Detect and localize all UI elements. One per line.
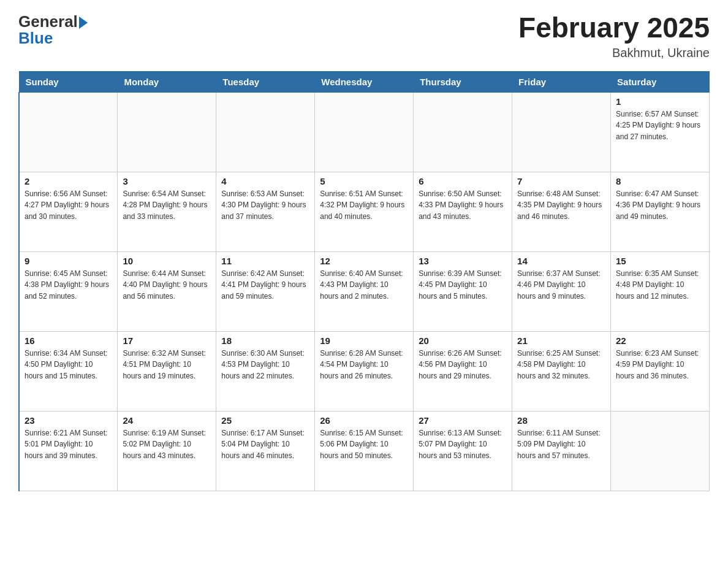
day-number: 1 (616, 96, 704, 107)
logo: General Blue (18, 12, 88, 48)
calendar-week-row: 9Sunrise: 6:45 AM Sunset: 4:38 PM Daylig… (19, 251, 710, 331)
day-info: Sunrise: 6:47 AM Sunset: 4:36 PM Dayligh… (616, 188, 704, 223)
calendar-cell: 15Sunrise: 6:35 AM Sunset: 4:48 PM Dayli… (611, 251, 710, 331)
day-number: 8 (616, 176, 704, 186)
day-number: 4 (221, 176, 309, 186)
calendar-cell: 25Sunrise: 6:17 AM Sunset: 5:04 PM Dayli… (216, 411, 315, 491)
calendar-cell (19, 92, 118, 172)
calendar-cell: 27Sunrise: 6:13 AM Sunset: 5:07 PM Dayli… (414, 411, 512, 491)
day-info: Sunrise: 6:54 AM Sunset: 4:28 PM Dayligh… (123, 188, 211, 223)
calendar-cell: 7Sunrise: 6:48 AM Sunset: 4:35 PM Daylig… (512, 172, 611, 251)
col-header-friday: Friday (512, 71, 611, 92)
day-info: Sunrise: 6:40 AM Sunset: 4:43 PM Dayligh… (320, 268, 408, 302)
day-info: Sunrise: 6:50 AM Sunset: 4:33 PM Dayligh… (419, 188, 507, 223)
calendar-cell: 24Sunrise: 6:19 AM Sunset: 5:02 PM Dayli… (118, 411, 216, 491)
calendar-cell (118, 92, 216, 172)
day-info: Sunrise: 6:30 AM Sunset: 4:53 PM Dayligh… (221, 348, 309, 382)
calendar-cell: 21Sunrise: 6:25 AM Sunset: 4:58 PM Dayli… (512, 331, 611, 411)
calendar-table: SundayMondayTuesdayWednesdayThursdayFrid… (18, 71, 710, 491)
calendar-cell: 18Sunrise: 6:30 AM Sunset: 4:53 PM Dayli… (216, 331, 315, 411)
day-info: Sunrise: 6:21 AM Sunset: 5:01 PM Dayligh… (25, 427, 112, 462)
day-info: Sunrise: 6:45 AM Sunset: 4:38 PM Dayligh… (25, 268, 112, 302)
calendar-cell: 4Sunrise: 6:53 AM Sunset: 4:30 PM Daylig… (216, 172, 315, 251)
calendar-cell: 3Sunrise: 6:54 AM Sunset: 4:28 PM Daylig… (118, 172, 216, 251)
col-header-thursday: Thursday (414, 71, 512, 92)
calendar-cell: 23Sunrise: 6:21 AM Sunset: 5:01 PM Dayli… (19, 411, 118, 491)
col-header-saturday: Saturday (611, 71, 710, 92)
calendar-cell: 6Sunrise: 6:50 AM Sunset: 4:33 PM Daylig… (414, 172, 512, 251)
calendar-week-row: 23Sunrise: 6:21 AM Sunset: 5:01 PM Dayli… (19, 411, 710, 491)
day-info: Sunrise: 6:42 AM Sunset: 4:41 PM Dayligh… (221, 268, 309, 302)
day-number: 2 (25, 176, 112, 186)
day-number: 11 (221, 256, 309, 266)
calendar-week-row: 16Sunrise: 6:34 AM Sunset: 4:50 PM Dayli… (19, 331, 710, 411)
day-number: 27 (419, 415, 507, 426)
col-header-wednesday: Wednesday (315, 71, 414, 92)
day-number: 14 (517, 256, 605, 266)
col-header-tuesday: Tuesday (216, 71, 315, 92)
day-info: Sunrise: 6:32 AM Sunset: 4:51 PM Dayligh… (123, 348, 211, 382)
day-info: Sunrise: 6:37 AM Sunset: 4:46 PM Dayligh… (517, 268, 605, 302)
month-year-title: February 2025 (518, 12, 710, 44)
calendar-cell (611, 411, 710, 491)
day-number: 12 (320, 256, 408, 266)
col-header-sunday: Sunday (19, 71, 118, 92)
calendar-cell (512, 92, 611, 172)
day-number: 24 (123, 415, 211, 426)
calendar-header-row: SundayMondayTuesdayWednesdayThursdayFrid… (19, 71, 710, 92)
day-number: 26 (320, 415, 408, 426)
day-info: Sunrise: 6:56 AM Sunset: 4:27 PM Dayligh… (25, 188, 112, 223)
logo-text-blue: Blue (18, 29, 88, 48)
calendar-cell: 2Sunrise: 6:56 AM Sunset: 4:27 PM Daylig… (19, 172, 118, 251)
calendar-cell: 11Sunrise: 6:42 AM Sunset: 4:41 PM Dayli… (216, 251, 315, 331)
day-info: Sunrise: 6:19 AM Sunset: 5:02 PM Dayligh… (123, 427, 211, 462)
day-info: Sunrise: 6:26 AM Sunset: 4:56 PM Dayligh… (419, 348, 507, 382)
calendar-cell: 9Sunrise: 6:45 AM Sunset: 4:38 PM Daylig… (19, 251, 118, 331)
day-info: Sunrise: 6:34 AM Sunset: 4:50 PM Dayligh… (25, 348, 112, 382)
calendar-week-row: 2Sunrise: 6:56 AM Sunset: 4:27 PM Daylig… (19, 172, 710, 251)
calendar-cell: 1Sunrise: 6:57 AM Sunset: 4:25 PM Daylig… (611, 92, 710, 172)
day-info: Sunrise: 6:25 AM Sunset: 4:58 PM Dayligh… (517, 348, 605, 382)
day-info: Sunrise: 6:39 AM Sunset: 4:45 PM Dayligh… (419, 268, 507, 302)
logo-arrow-icon (79, 17, 88, 29)
calendar-week-row: 1Sunrise: 6:57 AM Sunset: 4:25 PM Daylig… (19, 92, 710, 172)
calendar-cell: 19Sunrise: 6:28 AM Sunset: 4:54 PM Dayli… (315, 331, 414, 411)
calendar-cell: 28Sunrise: 6:11 AM Sunset: 5:09 PM Dayli… (512, 411, 611, 491)
location-subtitle: Bakhmut, Ukraine (518, 46, 710, 60)
day-number: 21 (517, 335, 605, 346)
title-block: February 2025 Bakhmut, Ukraine (518, 12, 710, 60)
calendar-cell: 10Sunrise: 6:44 AM Sunset: 4:40 PM Dayli… (118, 251, 216, 331)
day-number: 16 (25, 335, 112, 346)
day-number: 7 (517, 176, 605, 186)
day-number: 20 (419, 335, 507, 346)
day-number: 19 (320, 335, 408, 346)
day-number: 25 (221, 415, 309, 426)
day-number: 3 (123, 176, 211, 186)
page-header: General Blue February 2025 Bakhmut, Ukra… (18, 12, 710, 60)
calendar-cell: 14Sunrise: 6:37 AM Sunset: 4:46 PM Dayli… (512, 251, 611, 331)
calendar-cell: 22Sunrise: 6:23 AM Sunset: 4:59 PM Dayli… (611, 331, 710, 411)
day-info: Sunrise: 6:35 AM Sunset: 4:48 PM Dayligh… (616, 268, 704, 302)
day-info: Sunrise: 6:17 AM Sunset: 5:04 PM Dayligh… (221, 427, 309, 462)
calendar-cell (216, 92, 315, 172)
calendar-cell (315, 92, 414, 172)
day-number: 10 (123, 256, 211, 266)
calendar-cell: 26Sunrise: 6:15 AM Sunset: 5:06 PM Dayli… (315, 411, 414, 491)
day-info: Sunrise: 6:57 AM Sunset: 4:25 PM Dayligh… (616, 109, 704, 143)
calendar-cell: 12Sunrise: 6:40 AM Sunset: 4:43 PM Dayli… (315, 251, 414, 331)
day-number: 9 (25, 256, 112, 266)
day-info: Sunrise: 6:44 AM Sunset: 4:40 PM Dayligh… (123, 268, 211, 302)
day-info: Sunrise: 6:53 AM Sunset: 4:30 PM Dayligh… (221, 188, 309, 223)
day-info: Sunrise: 6:11 AM Sunset: 5:09 PM Dayligh… (517, 427, 605, 462)
calendar-cell: 8Sunrise: 6:47 AM Sunset: 4:36 PM Daylig… (611, 172, 710, 251)
day-number: 28 (517, 415, 605, 426)
day-number: 15 (616, 256, 704, 266)
calendar-cell: 16Sunrise: 6:34 AM Sunset: 4:50 PM Dayli… (19, 331, 118, 411)
calendar-cell: 13Sunrise: 6:39 AM Sunset: 4:45 PM Dayli… (414, 251, 512, 331)
day-info: Sunrise: 6:28 AM Sunset: 4:54 PM Dayligh… (320, 348, 408, 382)
calendar-cell: 17Sunrise: 6:32 AM Sunset: 4:51 PM Dayli… (118, 331, 216, 411)
calendar-cell: 20Sunrise: 6:26 AM Sunset: 4:56 PM Dayli… (414, 331, 512, 411)
day-info: Sunrise: 6:48 AM Sunset: 4:35 PM Dayligh… (517, 188, 605, 223)
day-info: Sunrise: 6:15 AM Sunset: 5:06 PM Dayligh… (320, 427, 408, 462)
col-header-monday: Monday (118, 71, 216, 92)
